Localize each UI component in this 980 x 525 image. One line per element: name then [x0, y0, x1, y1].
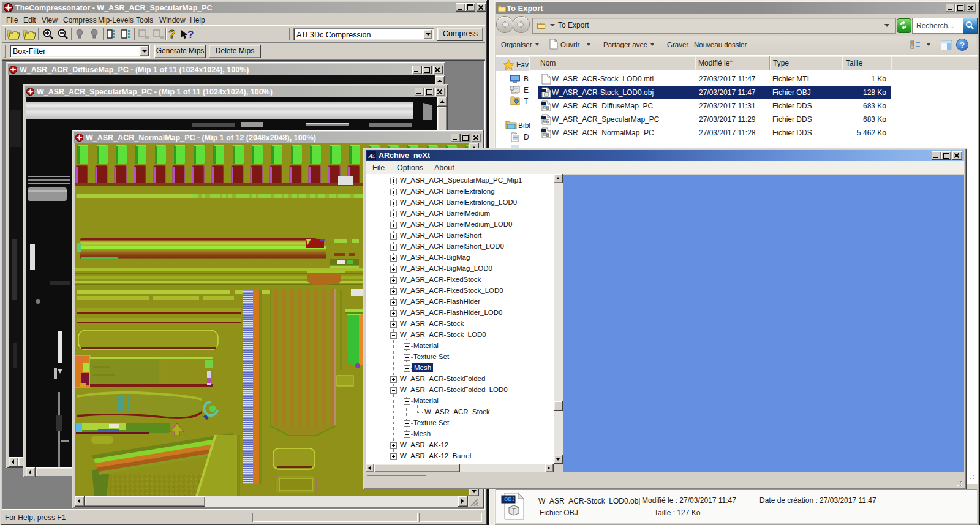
svg-text:Æ: Æ [368, 152, 375, 159]
svg-text:OBJ: OBJ [504, 496, 515, 502]
svg-text:?: ? [187, 29, 194, 40]
svg-text:?: ? [168, 28, 176, 40]
